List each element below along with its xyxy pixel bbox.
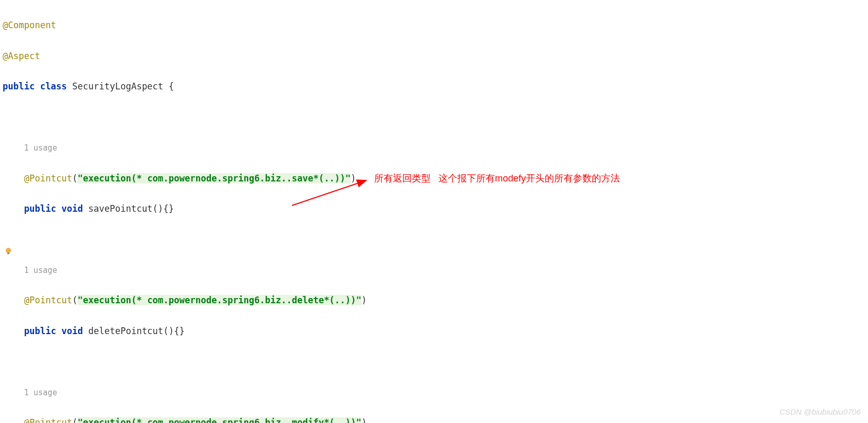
paren: ( bbox=[72, 417, 77, 423]
pointcut-ann-3: @Pointcut bbox=[24, 417, 72, 423]
usage-hint-3: 1 usage bbox=[24, 388, 57, 397]
class-name: SecurityLogAspect bbox=[72, 81, 163, 92]
annotation-component: @Component bbox=[3, 20, 56, 30]
method-keyword: public void bbox=[24, 326, 83, 336]
intention-bulb-icon[interactable] bbox=[4, 247, 13, 255]
watermark: CSDN @biubiubiu0706 bbox=[780, 405, 861, 419]
usage-hint-2: 1 usage bbox=[24, 266, 57, 275]
annotation-aspect: @Aspect bbox=[3, 51, 40, 61]
pointcut-ann-1: @Pointcut bbox=[24, 173, 72, 184]
usage-hint-1: 1 usage bbox=[24, 143, 57, 153]
method-name-2: deletePointcut(){} bbox=[83, 326, 185, 336]
method-name-1: savePointcut(){} bbox=[83, 203, 174, 214]
paren: ) bbox=[362, 417, 367, 423]
svg-point-0 bbox=[6, 248, 11, 253]
brace-open: { bbox=[163, 81, 174, 92]
pointcut-str-2: "execution(* com.powernode.spring6.biz..… bbox=[77, 295, 361, 305]
pointcut-str-3: "execution(* com.powernode.spring6.biz..… bbox=[77, 417, 361, 423]
paren: ( bbox=[72, 295, 77, 305]
method-keyword: public void bbox=[24, 203, 83, 214]
svg-rect-1 bbox=[7, 253, 9, 254]
annotation-text: 所有返回类型 这个报下所有modefy开头的所有参数的方法 bbox=[374, 170, 620, 187]
code-editor[interactable]: @Component @Aspect public class Security… bbox=[0, 0, 868, 423]
pointcut-str-1: "execution(* com.powernode.spring6.biz..… bbox=[77, 173, 351, 184]
paren: ( bbox=[72, 173, 77, 184]
pointcut-ann-2: @Pointcut bbox=[24, 295, 72, 305]
paren: ) bbox=[362, 295, 367, 305]
paren: ) bbox=[351, 173, 356, 184]
class-keyword: public class bbox=[3, 81, 67, 92]
